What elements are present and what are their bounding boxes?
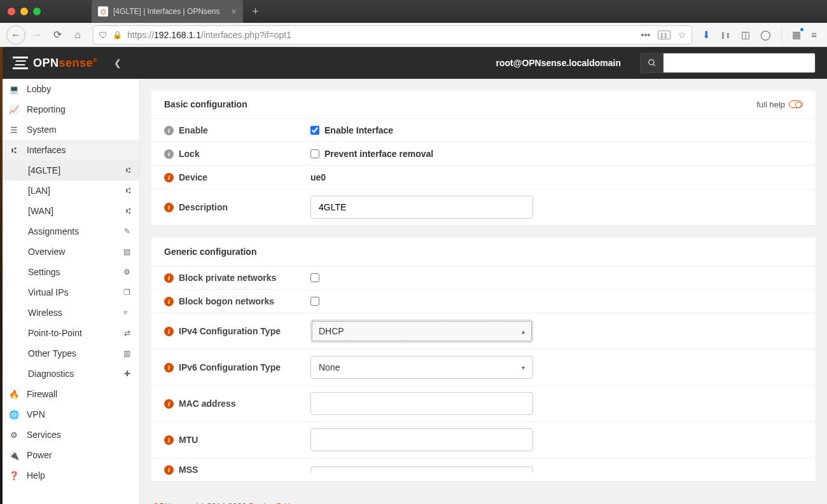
- sidebar-item-virtualips[interactable]: Virtual IPs❐: [0, 282, 139, 303]
- close-window-icon[interactable]: [8, 8, 15, 15]
- info-icon[interactable]: i: [164, 399, 174, 409]
- header-search: [640, 53, 816, 73]
- sidebar-toggle-icon[interactable]: ◫: [741, 29, 750, 41]
- sidebar-item-assignments[interactable]: Assignments✎: [0, 221, 139, 242]
- tab-favicon: ⌬: [98, 6, 108, 17]
- mss-input[interactable]: [310, 467, 533, 473]
- caret-down-icon: ▾: [522, 364, 525, 371]
- sidebar-item-overview[interactable]: Overview▤: [0, 242, 139, 262]
- sidebar-item-firewall[interactable]: 🔥Firewall: [0, 384, 139, 404]
- svg-point-0: [648, 60, 653, 65]
- info-icon[interactable]: i: [164, 327, 174, 336]
- tab-title: [4GLTE] | Interfaces | OPNsens: [113, 7, 219, 16]
- sidebar-item-lobby[interactable]: 💻Lobby: [0, 79, 139, 99]
- back-button[interactable]: ←: [6, 25, 25, 44]
- header-user-label: root@OPNsense.localdomain: [496, 58, 621, 68]
- sidebar-item-help[interactable]: ❓Help: [0, 465, 139, 486]
- sidebar-item-services[interactable]: ⚙Services: [0, 425, 139, 445]
- info-icon[interactable]: i: [164, 203, 174, 212]
- minimize-window-icon[interactable]: [20, 8, 28, 15]
- sidebar-item-lan[interactable]: [LAN]⑆: [0, 180, 139, 201]
- sidebar-item-reporting[interactable]: 📈Reporting: [0, 99, 139, 119]
- lock-checkbox[interactable]: [310, 149, 319, 158]
- fire-icon: 🔥: [9, 390, 19, 399]
- sidebar-item-system[interactable]: ☰System: [0, 119, 139, 140]
- mtu-input[interactable]: [310, 428, 533, 451]
- mac-input[interactable]: [310, 392, 533, 415]
- laptop-icon: 💻: [9, 85, 19, 94]
- ipv6-type-select[interactable]: None▾: [310, 356, 533, 379]
- sidebar-item-4glte[interactable]: [4GLTE]⑆: [0, 160, 139, 180]
- info-icon[interactable]: i: [164, 465, 174, 475]
- sidebar-item-power[interactable]: 🔌Power: [0, 445, 139, 465]
- sitemap-icon: ⑆: [9, 146, 19, 155]
- link-icon: ⇄: [124, 329, 130, 337]
- enable-checkbox[interactable]: [310, 126, 319, 135]
- sidebar-item-other[interactable]: Other Types▥: [0, 343, 139, 364]
- search-button[interactable]: [640, 53, 663, 73]
- downloads-icon[interactable]: ⬇: [702, 29, 711, 41]
- address-bar[interactable]: 🛡 🔒 https://192.168.1.1/interfaces.php?i…: [93, 25, 692, 44]
- menu-icon[interactable]: ≡: [811, 29, 817, 40]
- gear-icon: ⚙: [9, 430, 19, 440]
- zoom-window-icon[interactable]: [33, 8, 41, 15]
- row-ipv6-type: iIPv6 Configuration Type None▾: [151, 350, 816, 386]
- info-icon[interactable]: i: [164, 363, 174, 372]
- panel-basic-config: Basic configuration full help iEnable En…: [151, 90, 816, 225]
- footer-link-deciso[interactable]: Deciso B.V.: [249, 501, 291, 504]
- info-icon[interactable]: i: [164, 173, 174, 182]
- info-icon[interactable]: i: [164, 126, 174, 135]
- info-icon[interactable]: i: [164, 149, 174, 159]
- info-icon[interactable]: i: [164, 297, 174, 306]
- more-icon[interactable]: •••: [641, 30, 651, 40]
- new-tab-button[interactable]: +: [247, 3, 265, 20]
- sidebar: 💻Lobby 📈Reporting ☰System ⑆Interfaces [4…: [0, 79, 140, 504]
- ipv4-type-select[interactable]: DHCP▴: [310, 320, 533, 343]
- row-description: iDescription: [151, 189, 816, 225]
- search-input[interactable]: [663, 53, 816, 73]
- reader-icon[interactable]: ⫿⫿: [658, 31, 671, 39]
- sidebar-item-wireless[interactable]: Wirelessᯤ: [0, 303, 139, 323]
- wifi-icon: ᯤ: [123, 308, 130, 317]
- gears-icon: ⚙: [123, 268, 130, 276]
- sidebar-item-interfaces[interactable]: ⑆Interfaces: [0, 140, 139, 160]
- info-icon[interactable]: i: [164, 273, 174, 283]
- sitemap-icon: ⑆: [126, 207, 130, 215]
- sidebar-item-vpn[interactable]: 🌐VPN: [0, 404, 139, 425]
- library-icon[interactable]: ⫿⫾: [721, 29, 731, 40]
- reload-button[interactable]: ⟳: [48, 26, 66, 44]
- sidebar-item-settings[interactable]: Settings⚙: [0, 262, 139, 282]
- sidebar-collapse-button[interactable]: ❮: [108, 58, 128, 68]
- sidebar-item-wan[interactable]: [WAN]⑆: [0, 201, 139, 221]
- panel-generic-config: Generic configuration iBlock private net…: [151, 238, 816, 481]
- row-block-private: iBlock private networks: [151, 266, 816, 290]
- sidebar-item-ptp[interactable]: Point-to-Point⇄: [0, 323, 139, 343]
- panel-title: Generic configuration: [164, 247, 256, 257]
- grid-icon: ▤: [123, 247, 130, 256]
- caret-up-icon: ▴: [522, 328, 525, 335]
- help-icon: ❓: [9, 471, 19, 480]
- panel-title: Basic configuration: [164, 99, 247, 109]
- extension-icon[interactable]: ▦: [792, 29, 801, 41]
- block-private-checkbox[interactable]: [310, 273, 319, 282]
- info-icon[interactable]: i: [164, 435, 174, 445]
- footer: OPNsense (c) 2014-2020 Deciso B.V.: [151, 494, 816, 504]
- row-ipv4-type: iIPv4 Configuration Type DHCP▴: [151, 313, 816, 350]
- block-bogon-checkbox[interactable]: [310, 297, 319, 306]
- toggle-off-icon: [789, 100, 803, 108]
- browser-tab[interactable]: ⌬ [4GLTE] | Interfaces | OPNsens ×: [92, 0, 243, 23]
- full-help-toggle[interactable]: full help: [756, 100, 803, 109]
- sidebar-item-diagnostics[interactable]: Diagnostics✚: [0, 364, 139, 384]
- tab-close-icon[interactable]: ×: [225, 6, 236, 17]
- shield-icon[interactable]: 🛡: [99, 30, 108, 40]
- bookmark-star-icon[interactable]: ☆: [678, 30, 686, 40]
- archive-icon: ▥: [123, 349, 130, 358]
- brand-logo[interactable]: OPNsense®: [11, 55, 97, 71]
- lock-warning-icon[interactable]: 🔒: [113, 31, 122, 39]
- account-icon[interactable]: ◯: [760, 29, 771, 41]
- description-input[interactable]: [310, 196, 533, 219]
- home-button[interactable]: ⌂: [69, 26, 87, 44]
- chart-icon: 📈: [9, 105, 19, 114]
- footer-link-opnsense[interactable]: OPNsense: [153, 501, 193, 504]
- app-header: OPNsense® ❮ root@OPNsense.localdomain: [0, 47, 827, 79]
